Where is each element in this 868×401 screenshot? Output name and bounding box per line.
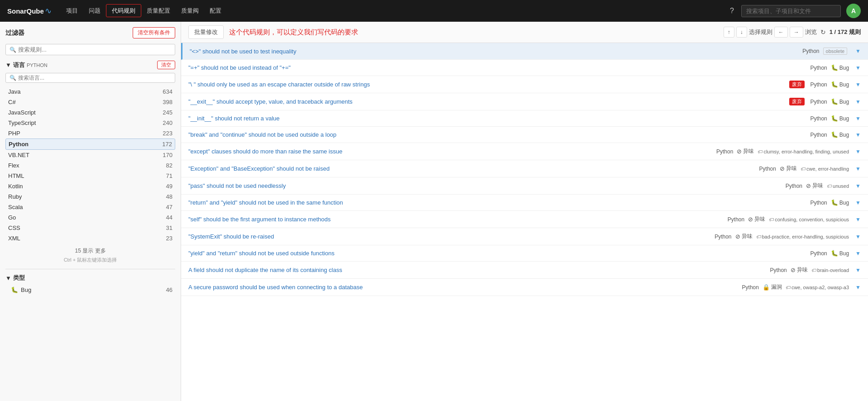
- right-nav-button[interactable]: →: [790, 27, 803, 38]
- lang-item-java[interactable]: Java634: [5, 86, 175, 97]
- rule-item[interactable]: "except" clauses should do more than rai…: [181, 143, 868, 160]
- global-search-input[interactable]: [741, 5, 841, 17]
- rule-name: "__exit__" should accept type, value, an…: [188, 98, 789, 105]
- rule-type: ⊘异味: [806, 182, 823, 190]
- nav-item-质量配置[interactable]: 质量配置: [141, 5, 176, 17]
- rule-name: "SystemExit" should be re-raised: [188, 233, 715, 240]
- sidebar-title: 过滤器: [5, 29, 24, 37]
- type-icon: ⊘: [780, 165, 785, 172]
- filter-icon[interactable]: ▼: [855, 132, 861, 138]
- rule-type: 🐛Bug: [831, 81, 849, 88]
- rule-tags: 🏷confusing, convention, suspicious: [769, 217, 849, 222]
- next-rule-button[interactable]: ↓: [736, 27, 747, 38]
- filter-icon[interactable]: ▼: [855, 99, 861, 105]
- filter-icon[interactable]: ▼: [855, 48, 861, 54]
- nav-item-代码规则[interactable]: 代码规则: [106, 4, 141, 17]
- rule-tags: 🏷unused: [827, 183, 849, 189]
- rule-item[interactable]: "=+" should not be used instead of "+=" …: [181, 60, 868, 76]
- filter-icon[interactable]: ▼: [855, 250, 861, 257]
- filter-icon[interactable]: ▼: [855, 284, 861, 291]
- lang-item-python[interactable]: Python172: [5, 138, 175, 150]
- lang-item-css[interactable]: CSS31: [5, 223, 175, 233]
- rule-tags-container: Python🔒漏洞🏷cwe, owasp-a2, owasp-a3▼: [742, 283, 861, 291]
- lang-count: 47: [166, 204, 173, 210]
- lang-search-box[interactable]: 🔍: [5, 73, 175, 83]
- filter-icon[interactable]: ▼: [855, 183, 861, 189]
- rule-lang: Python: [786, 183, 802, 189]
- filter-icon[interactable]: ▼: [855, 267, 861, 273]
- lang-name: Kotlin: [8, 183, 23, 190]
- filter-icon[interactable]: ▼: [855, 200, 861, 206]
- lang-item-scala[interactable]: Scala47: [5, 202, 175, 212]
- rule-tags: 🏷brain-overload: [811, 267, 849, 273]
- filter-icon[interactable]: ▼: [855, 216, 861, 223]
- lang-item-xml[interactable]: XML23: [5, 233, 175, 243]
- rule-item[interactable]: "__init__" should not return a value Pyt…: [181, 110, 868, 127]
- type-icon: 🐛: [831, 64, 838, 71]
- rule-item[interactable]: "yield" and "return" should not be used …: [181, 245, 868, 262]
- lang-item-php[interactable]: PHP223: [5, 128, 175, 138]
- clear-lang-button[interactable]: 清空: [157, 61, 175, 69]
- type-icon: 🐛: [831, 81, 838, 88]
- refresh-icon[interactable]: ↻: [820, 29, 826, 36]
- bug-icon: 🐛: [11, 286, 18, 293]
- lang-item-javascript[interactable]: JavaScript245: [5, 107, 175, 118]
- filter-icon[interactable]: ▼: [855, 148, 861, 155]
- rule-item[interactable]: "Exception" and "BaseException" should n…: [181, 160, 868, 177]
- filter-icon[interactable]: ▼: [855, 115, 861, 122]
- rule-lang: Python: [716, 148, 733, 155]
- prev-rule-button[interactable]: ↑: [724, 27, 734, 38]
- rule-item[interactable]: "break" and "continue" should not be use…: [181, 127, 868, 143]
- help-icon[interactable]: ?: [730, 7, 734, 15]
- rule-search-input[interactable]: [18, 46, 171, 53]
- lang-item-typescript[interactable]: TypeScript240: [5, 118, 175, 128]
- lang-item-kotlin[interactable]: Kotlin49: [5, 181, 175, 191]
- rule-item[interactable]: "<>" should not be used to test inequali…: [181, 43, 868, 60]
- filter-icon[interactable]: ▼: [855, 166, 861, 172]
- left-nav-button[interactable]: ←: [774, 27, 788, 38]
- type-icon: ⊘: [806, 182, 811, 189]
- rule-type: ⊘异味: [735, 233, 753, 240]
- batch-edit-button[interactable]: 批量修改: [188, 25, 224, 39]
- clear-all-button[interactable]: 清空所有条件: [133, 27, 175, 38]
- filter-icon[interactable]: ▼: [855, 234, 861, 240]
- lang-name: Scala: [8, 204, 23, 210]
- rule-tags-container: Python🐛Bug▼: [810, 131, 861, 138]
- rule-item[interactable]: A field should not duplicate the name of…: [181, 262, 868, 279]
- main-toolbar: 批量修改 这个代码规则，可以定义我们写代码的要求 ↑ ↓ 选择规则 ← → 浏览…: [181, 22, 868, 43]
- rule-item[interactable]: "SystemExit" should be re-raised Python⊘…: [181, 228, 868, 245]
- lang-item-ruby[interactable]: Ruby48: [5, 191, 175, 202]
- rule-item[interactable]: "__exit__" should accept type, value, an…: [181, 93, 868, 110]
- type-icon: 🐛: [831, 98, 838, 105]
- filter-icon[interactable]: ▼: [855, 65, 861, 71]
- select-rule-label: 选择规则: [749, 28, 772, 36]
- lang-search-icon: 🔍: [10, 75, 16, 81]
- type-bug-item[interactable]: 🐛 Bug 46: [5, 285, 175, 295]
- nav-item-项目[interactable]: 项目: [61, 5, 83, 17]
- logo[interactable]: SonarQube ∿: [7, 6, 52, 16]
- lang-item-html[interactable]: HTML71: [5, 171, 175, 181]
- rule-item[interactable]: "self" should be the first argument to i…: [181, 211, 868, 228]
- lang-item-c#[interactable]: C#398: [5, 97, 175, 107]
- nav-item-配置[interactable]: 配置: [204, 5, 227, 17]
- nav-item-问题[interactable]: 问题: [83, 5, 106, 17]
- rule-item[interactable]: "return" and "yield" should not be used …: [181, 195, 868, 211]
- rule-type: ⊘异味: [737, 148, 754, 155]
- rule-item[interactable]: "pass" should not be used needlessly Pyt…: [181, 177, 868, 195]
- nav-item-质量阀[interactable]: 质量阀: [176, 5, 204, 17]
- lang-badge: PYTHON: [27, 62, 48, 68]
- rule-item[interactable]: A secure password should be used when co…: [181, 279, 868, 296]
- filter-icon[interactable]: ▼: [855, 81, 861, 88]
- user-avatar[interactable]: A: [846, 4, 861, 18]
- lang-name: Ruby: [8, 193, 22, 200]
- lang-item-vb.net[interactable]: VB.NET170: [5, 150, 175, 160]
- lang-item-go[interactable]: Go44: [5, 212, 175, 223]
- lang-item-flex[interactable]: Flex82: [5, 160, 175, 171]
- sidebar-header: 过滤器 清空所有条件: [5, 27, 175, 38]
- lang-search-input[interactable]: [18, 75, 171, 81]
- rule-item[interactable]: "\ " should only be used as an escape ch…: [181, 76, 868, 93]
- rule-type: 🐛Bug: [831, 64, 849, 71]
- lang-count: 23: [166, 235, 173, 242]
- rule-name: "except" clauses should do more than rai…: [188, 148, 716, 155]
- rule-search-box[interactable]: 🔍: [5, 44, 175, 55]
